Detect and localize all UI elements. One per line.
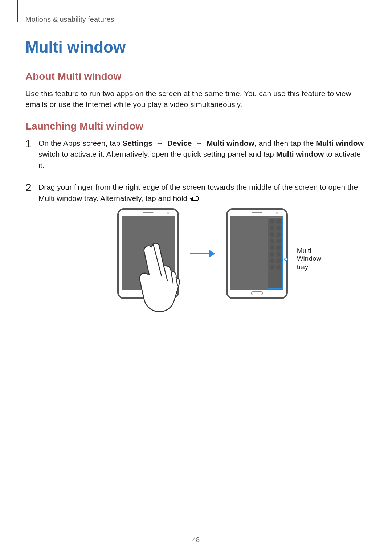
step1-panel: Multi window xyxy=(276,150,324,158)
figure-callout: Multi Window tray xyxy=(286,247,328,271)
step1-mid2: switch to activate it. Alternatively, op… xyxy=(38,150,276,158)
step-1: 1 On the Apps screen, tap Settings → Dev… xyxy=(25,138,367,171)
figure-tablet-left xyxy=(117,208,179,299)
step1-settings: Settings xyxy=(122,139,152,147)
callout-leader-line xyxy=(286,259,295,259)
svg-marker-0 xyxy=(190,197,193,201)
callout-label: Multi Window tray xyxy=(297,247,328,271)
hand-gesture-icon xyxy=(133,241,184,313)
step1-sep2: → xyxy=(193,139,205,147)
section-heading-launch: Launching Multi window xyxy=(25,120,367,132)
step-2-text: Drag your finger from the right edge of … xyxy=(38,183,358,202)
about-body: Use this feature to run two apps on the … xyxy=(25,88,367,110)
transition-arrow-icon xyxy=(190,250,215,257)
step1-pre: On the Apps screen, tap xyxy=(38,139,122,147)
step-1-number: 1 xyxy=(25,136,32,152)
step2-text-b: . xyxy=(199,194,201,202)
step1-mid1: , and then tap the xyxy=(254,139,316,147)
step-1-text: On the Apps screen, tap Settings → Devic… xyxy=(38,139,364,169)
back-icon xyxy=(189,194,199,205)
section-heading-about: About Multi window xyxy=(25,71,367,82)
step1-sep1: → xyxy=(154,139,166,147)
step1-switch: Multi window xyxy=(316,139,364,147)
step1-multi: Multi window xyxy=(207,139,254,147)
page-title: Multi window xyxy=(25,38,367,56)
multi-window-tray-icon xyxy=(268,217,283,289)
section-tab-mark xyxy=(17,0,18,22)
step-2-number: 2 xyxy=(25,180,32,196)
step1-device: Device xyxy=(167,139,192,147)
figure-tablet-right: Multi Window tray xyxy=(226,208,288,299)
running-head: Motions & usability features xyxy=(25,15,367,24)
step-2: 2 Drag your finger from the right edge o… xyxy=(25,182,367,299)
page-number: 48 xyxy=(0,536,392,544)
instruction-figure: Multi Window tray xyxy=(38,208,367,299)
